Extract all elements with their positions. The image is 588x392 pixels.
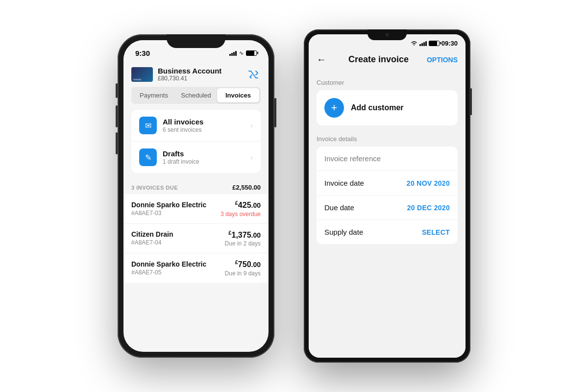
invoice-item-3-ref: #A8AE7-05 <box>131 269 206 276</box>
sb2-2 <box>421 43 423 46</box>
add-customer-card[interactable]: + Add customer <box>317 90 458 125</box>
all-invoices-title: All invoices <box>163 118 250 126</box>
signal-bar-2 <box>231 53 233 56</box>
account-text-info: Business Account £80,730.41 <box>158 67 221 82</box>
drafts-icon: ✎ <box>139 148 157 166</box>
supply-date-select[interactable]: SELECT <box>422 228 450 236</box>
invoice-item-2-amount: £1,375.00 <box>225 230 261 240</box>
invoice-item-1-left: Donnie Sparko Electric #A8AE7-03 <box>131 201 206 217</box>
invoices-due-label: 3 INVOICES DUE <box>131 185 178 191</box>
nav-title: Create invoice <box>330 54 427 65</box>
customer-section-label: Customer <box>309 71 466 90</box>
wifi-icon-1: ∿ <box>239 50 244 56</box>
invoices-due-header: 3 INVOICES DUE £2,550.00 <box>123 179 269 194</box>
invoice-details-label: Invoice details <box>309 125 466 147</box>
drafts-text: Drafts 1 draft invoice <box>163 149 250 165</box>
supply-date-row[interactable]: Supply date SELECT <box>317 220 458 244</box>
signal-bars-2 <box>419 40 427 46</box>
chevron-all-invoices: › <box>250 122 253 129</box>
options-button[interactable]: OPTIONS <box>427 56 458 64</box>
card-thumbnail <box>131 67 153 82</box>
invoice-details-card: Invoice date 20 NOV 2020 Due date 20 DEC… <box>317 147 458 244</box>
invoice-item-1-status: 3 days overdue <box>220 211 261 218</box>
invoice-reference-row[interactable] <box>317 147 458 171</box>
tab-payments[interactable]: Payments <box>133 88 175 102</box>
phones-container: 9:30 ∿ <box>0 0 588 392</box>
phone-1: 9:30 ∿ <box>118 34 274 358</box>
phone1-screen: 9:30 ∿ <box>123 40 269 352</box>
invoice-item-2-name: Citizen Drain <box>131 230 173 238</box>
invoice-date-row[interactable]: Invoice date 20 NOV 2020 <box>317 171 458 196</box>
account-info: Business Account £80,730.41 <box>131 67 221 82</box>
supply-date-label: Supply date <box>324 228 363 236</box>
phone-2: 09:30 ← Create invoice OPTIONS Customer … <box>304 29 470 363</box>
sb2-3 <box>423 42 425 46</box>
battery-icon-2 <box>429 41 440 46</box>
invoice-item-1-amount: £425.00 <box>220 200 261 210</box>
invoice-item-3-left: Donnie Sparko Electric #A8AE7-05 <box>131 260 206 276</box>
add-customer-icon: + <box>324 98 344 118</box>
phone1-notch <box>167 34 225 48</box>
signal-bar-3 <box>233 52 235 56</box>
drafts-row[interactable]: ✎ Drafts 1 draft invoice › <box>131 142 261 173</box>
add-customer-label: Add customer <box>351 103 404 112</box>
phone1-side-btn-right <box>274 98 276 127</box>
phone2-screen: 09:30 ← Create invoice OPTIONS Customer … <box>309 34 466 358</box>
battery-icon-1 <box>246 50 257 56</box>
due-date-label: Due date <box>324 203 354 212</box>
invoice-item-3[interactable]: Donnie Sparko Electric #A8AE7-05 £750.00… <box>123 253 269 283</box>
tabs-bar: Payments Scheduled Invoices <box>131 87 261 104</box>
phone2-side-btn <box>470 88 472 115</box>
invoice-item-3-right: £750.00 Due in 9 days <box>225 259 261 277</box>
invoice-reference-input[interactable] <box>324 154 450 163</box>
phone1-side-btn-left-1 <box>116 83 118 98</box>
shuffle-icon[interactable] <box>247 70 261 79</box>
nav-bar-2: ← Create invoice OPTIONS <box>309 50 466 71</box>
status-icons-2: 09:30 <box>411 40 458 47</box>
wifi-icon-2 <box>411 40 417 46</box>
due-date-value[interactable]: 20 DEC 2020 <box>407 204 450 212</box>
battery-fill-2 <box>429 41 437 46</box>
phone1-side-btn-left-3 <box>116 132 118 154</box>
tab-invoices[interactable]: Invoices <box>217 88 259 102</box>
invoice-item-1-right: £425.00 3 days overdue <box>220 200 261 218</box>
invoice-section: ✉ All invoices 6 sent invoices › ✎ Draft… <box>131 110 261 173</box>
invoice-item-2-left: Citizen Drain #A8AE7-04 <box>131 230 173 246</box>
invoice-item-3-status: Due in 9 days <box>225 270 261 277</box>
chevron-drafts: › <box>250 153 253 161</box>
due-date-row[interactable]: Due date 20 DEC 2020 <box>317 196 458 220</box>
invoice-item-3-name: Donnie Sparko Electric <box>131 260 206 268</box>
invoices-due-total: £2,550.00 <box>232 184 261 191</box>
account-header[interactable]: Business Account £80,730.41 <box>123 62 269 87</box>
invoice-item-2-right: £1,375.00 Due in 2 days <box>225 230 261 247</box>
invoice-item-1-name: Donnie Sparko Electric <box>131 201 206 209</box>
status-icons-1: ∿ <box>229 50 257 56</box>
phone1-side-btn-left-2 <box>116 105 118 127</box>
phone2-camera <box>385 33 389 37</box>
invoice-item-2-status: Due in 2 days <box>225 240 261 247</box>
drafts-sub: 1 draft invoice <box>163 158 250 165</box>
drafts-title: Drafts <box>163 149 250 158</box>
invoice-item-2-ref: #A8AE7-04 <box>131 239 173 246</box>
all-invoices-row[interactable]: ✉ All invoices 6 sent invoices › <box>131 110 261 142</box>
all-invoices-icon: ✉ <box>139 117 157 134</box>
sb2-4 <box>425 41 427 46</box>
account-balance: £80,730.41 <box>158 75 221 82</box>
back-button[interactable]: ← <box>317 54 326 65</box>
account-name: Business Account <box>158 67 221 75</box>
invoice-item-3-amount: £750.00 <box>225 259 261 269</box>
all-invoices-sub: 6 sent invoices <box>163 126 250 133</box>
invoice-item-1[interactable]: Donnie Sparko Electric #A8AE7-03 £425.00… <box>123 194 269 224</box>
sb2-1 <box>419 44 421 46</box>
invoice-date-value[interactable]: 20 NOV 2020 <box>407 179 450 187</box>
create-invoice-content: Customer + Add customer Invoice details … <box>309 71 466 358</box>
signal-bar-4 <box>235 51 237 56</box>
battery-fill-1 <box>246 51 254 55</box>
status-time-2: 09:30 <box>441 40 458 47</box>
invoice-item-2[interactable]: Citizen Drain #A8AE7-04 £1,375.00 Due in… <box>123 224 269 254</box>
all-invoices-text: All invoices 6 sent invoices <box>163 118 250 133</box>
tab-scheduled[interactable]: Scheduled <box>175 88 217 102</box>
invoice-list-section: Donnie Sparko Electric #A8AE7-03 £425.00… <box>123 194 269 283</box>
signal-bars-1 <box>229 50 237 56</box>
signal-bar-1 <box>229 54 231 56</box>
